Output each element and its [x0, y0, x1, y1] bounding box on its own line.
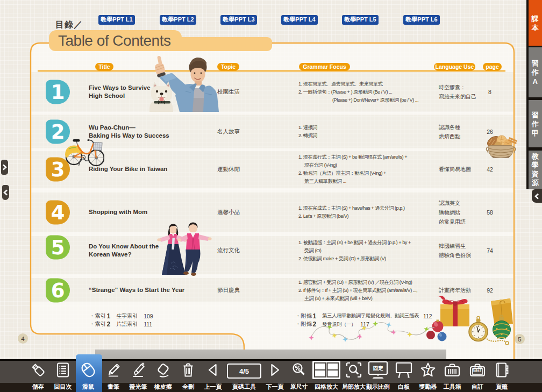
woman-figure [157, 224, 189, 275]
unit-page-number: 92 [479, 287, 501, 294]
tool-original-size[interactable]: 原尺寸 [287, 359, 311, 392]
unit-topic: 校園生活 [217, 88, 240, 96]
unit-topic: 流行文化 [217, 247, 240, 254]
column-header-language-use: Language Use [434, 63, 475, 70]
bike-basket [94, 142, 102, 151]
tool-area-zoom[interactable]: 局部放大 [341, 359, 366, 392]
unit-title: Shopping with Mom [89, 208, 199, 217]
tool-reward[interactable]: 7 獎勵器 [416, 359, 440, 392]
tool-page-indicator[interactable]: 4/5 頁碼工具 [232, 359, 256, 392]
zoom-percent-icon [291, 362, 307, 380]
usb-save-icon [30, 362, 46, 380]
table-row: 4 Shopping with Mom 溫馨小品 1. 現在完成式：主詞 (S)… [0, 193, 542, 232]
ppt-button-l2[interactable]: 教學PPT L2 [160, 15, 196, 25]
sidebar-tab-textbook[interactable]: 課本 [529, 0, 542, 46]
unit-page-number: 74 [479, 247, 501, 254]
tool-whiteboard[interactable]: 白板 [391, 359, 416, 392]
toolbar: 儲存 回目次 滑鼠 畫筆 螢光筆 橡皮擦 全刪 上一頁 4/5 頁碼工具 下一頁… [0, 359, 542, 392]
tool-quad-zoom[interactable]: 四格放大 [314, 359, 339, 392]
unit-topic: 名人故事 [217, 128, 240, 136]
trash-icon [180, 362, 196, 380]
unit-page-number: 42 [479, 166, 501, 173]
unit-title: Riding Your Bike in Taiwan [89, 166, 199, 174]
tool-label: 自訂 [472, 383, 483, 391]
index-item: ・索引1生字索引109 [89, 312, 153, 320]
unit-grammar-focus: 1. 現在簡單式、過去簡單式、未來簡單式 2. 一般祈使句：(Please + … [298, 80, 454, 104]
table-row: 1 Five Ways to Survive High School 校園生活 … [0, 72, 542, 112]
ppt-button-l4[interactable]: 教學PPT L4 [281, 15, 318, 25]
next-triangle-icon [267, 362, 283, 380]
fairy-lights-photo [304, 314, 436, 345]
tool-highlighter[interactable]: 螢光筆 [126, 359, 151, 392]
tool-label: 四格放大 [315, 383, 338, 391]
sidebar-tab-workbook-jia[interactable]: 習作甲 [529, 100, 542, 147]
tool-label: 螢光筆 [130, 383, 147, 391]
tool-label: 下一頁 [266, 383, 284, 391]
prev-triangle-icon [205, 362, 221, 380]
hanbok-couple-photo [155, 222, 212, 277]
unit-number-badge: 6 [46, 278, 70, 302]
page-back-edge-button[interactable] [2, 185, 9, 200]
ratio-fixed-label: 固定 [373, 365, 383, 372]
zoom-area-icon [345, 361, 362, 381]
tool-display-ratio[interactable]: 固定 顯示比例 [366, 359, 390, 392]
tool-toc[interactable]: 回目次 [51, 359, 75, 392]
mouse-icon [80, 361, 97, 381]
column-header-page: page [483, 63, 502, 70]
unit-topic: 運動休閒 [217, 166, 240, 173]
tool-mouse[interactable]: 滑鼠 [76, 359, 101, 392]
tool-delete-all[interactable]: 全刪 [176, 359, 201, 392]
breadcrumb: 目錄／ [55, 19, 83, 31]
tool-label: 滑鼠 [82, 383, 94, 391]
tool-pen[interactable]: 畫筆 [101, 359, 126, 392]
gold-gift-box [437, 296, 469, 326]
page-tabs-icon [494, 362, 510, 380]
unit-page-number: 58 [479, 209, 501, 216]
tool-page-tabs[interactable]: 頁籤 [489, 359, 514, 392]
ppt-button-l1[interactable]: 教學PPT L1 [98, 15, 135, 25]
unit-topic: 溫馨小品 [217, 209, 240, 216]
unit-grammar-focus: 1. 現在完成式：主詞 (S) + have/has + 過去分詞 (p.p.)… [298, 204, 454, 220]
page-indicator-box[interactable]: 4/5 [227, 364, 261, 379]
unit-grammar-focus: 1. 被動語態：主詞 (S) + be 動詞 + 過去分詞 (p.p.) + b… [298, 238, 454, 262]
unit-grammar-focus: 1. 連接詞 2. 轉折詞 [298, 124, 454, 140]
star-bulbs [309, 321, 430, 342]
sidebar-tab-teaching-resources[interactable]: 教學資源 [529, 151, 542, 189]
tool-label: 全刪 [182, 383, 194, 391]
bread-basket-photo [485, 134, 517, 160]
next-page-preview[interactable] [95, 350, 446, 360]
tool-eraser[interactable]: 橡皮擦 [151, 359, 175, 392]
ppt-button-l6[interactable]: 教學PPT L6 [403, 15, 440, 25]
highlighter-icon [130, 362, 146, 380]
column-header-title: Title [95, 63, 113, 70]
toolbox-icon [444, 362, 461, 380]
index-list: ・索引1生字索引109 ・索引2片語索引111 [89, 312, 153, 329]
whiteboard-icon [395, 361, 413, 381]
custom-case-label: 自訂 [473, 367, 482, 373]
tool-label: 頁籤 [496, 383, 508, 391]
quad-grid-icon [312, 361, 340, 381]
tool-label: 白板 [398, 383, 410, 391]
tool-next-page[interactable]: 下一頁 [262, 359, 287, 392]
tool-label: 局部放大 [342, 383, 366, 391]
tool-label: 頁碼工具 [232, 383, 256, 391]
tool-toolbox[interactable]: 工具箱 [440, 359, 465, 392]
tool-label: 工具箱 [444, 383, 461, 391]
tool-save[interactable]: 儲存 [26, 359, 51, 392]
tool-custom[interactable]: 自訂 自訂 [465, 359, 490, 392]
ppt-button-l3[interactable]: 教學PPT L3 [220, 15, 257, 25]
bulldog-figure [149, 81, 173, 112]
unit-title: “Strange” Ways to Start the Year [89, 286, 199, 295]
column-header-topic: Topic [217, 63, 239, 70]
christmas-gifts-photo [426, 296, 516, 347]
page-title: Table of Contents [58, 32, 187, 49]
column-header-grammar-focus: Grammar Focus [299, 63, 350, 70]
unit-number-badge: 4 [46, 201, 70, 225]
unit-number-badge: 5 [46, 236, 70, 260]
ppt-button-l5[interactable]: 教學PPT L5 [342, 15, 379, 25]
page-forward-edge-button[interactable] [1, 160, 8, 175]
student-thumbsup-photo [141, 49, 219, 112]
tool-prev-page[interactable]: 上一頁 [201, 359, 225, 392]
sidebar-collapse-button[interactable] [532, 189, 542, 203]
sidebar-tab-workbook-a[interactable]: 習作A [529, 47, 542, 97]
